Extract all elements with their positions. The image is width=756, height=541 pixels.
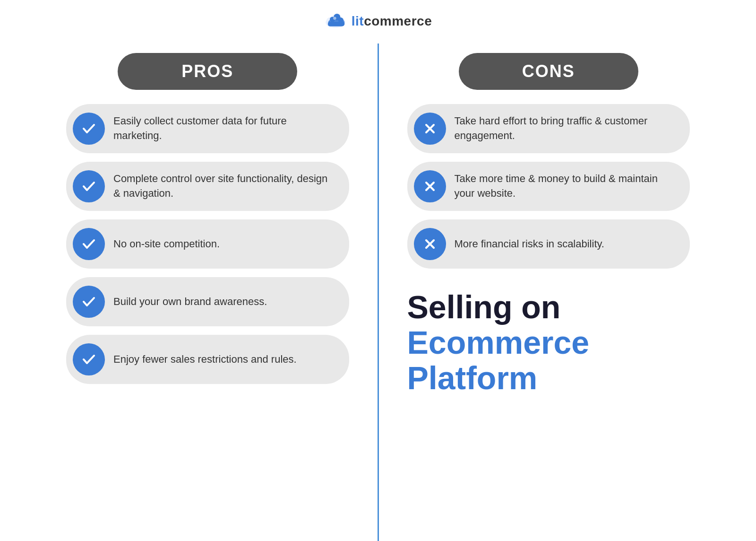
pros-column: PROS Easily collect customer data for fu…: [28, 44, 378, 541]
cons-item-text-1: Take hard effort to bring traffic & cust…: [455, 114, 677, 143]
cons-item-text-3: More financial risks in scalability.: [455, 237, 604, 252]
selling-section: Selling on Ecommerce Platform: [407, 289, 590, 395]
pros-item-5: Enjoy fewer sales restrictions and rules…: [66, 335, 349, 384]
svg-point-9: [80, 120, 98, 138]
cons-list: Take hard effort to bring traffic & cust…: [407, 104, 690, 269]
cons-column: CONS Take hard effort to bring traffic &…: [379, 44, 728, 541]
pros-item-2: Complete control over site functionality…: [66, 162, 349, 211]
pros-item-4: Build your own brand awareness.: [66, 277, 349, 326]
cons-item-text-2: Take more time & money to build & mainta…: [455, 172, 677, 201]
svg-rect-7: [328, 22, 344, 26]
logo-lit: lit: [352, 14, 364, 28]
pros-list: Easily collect customer data for future …: [66, 104, 349, 384]
logo-commerce: commerce: [364, 14, 432, 28]
pros-item-text-4: Build your own brand awareness.: [113, 295, 267, 309]
cons-header: CONS: [459, 53, 638, 90]
pros-item-3: No on-site competition.: [66, 219, 349, 269]
selling-line1: Selling on: [407, 289, 590, 325]
cons-item-3: More financial risks in scalability.: [407, 219, 690, 269]
cons-item-2: Take more time & money to build & mainta…: [407, 162, 690, 211]
selling-line2: Ecommerce: [407, 325, 590, 360]
svg-point-12: [80, 293, 98, 311]
svg-point-13: [80, 350, 98, 368]
pros-item-text-5: Enjoy fewer sales restrictions and rules…: [113, 352, 297, 367]
pros-item-text-3: No on-site competition.: [113, 237, 220, 252]
page-header: litcommerce: [0, 0, 756, 44]
pros-check-icon-1: [73, 113, 105, 145]
main-content: PROS Easily collect customer data for fu…: [0, 44, 756, 541]
svg-point-8: [333, 17, 336, 19]
pros-check-icon-2: [73, 170, 105, 202]
pros-check-icon-4: [73, 286, 105, 318]
logo-text: litcommerce: [352, 14, 432, 29]
pros-item-1: Easily collect customer data for future …: [66, 104, 349, 153]
pros-item-text-2: Complete control over site functionality…: [113, 172, 336, 201]
svg-point-10: [80, 177, 98, 195]
pros-header: PROS: [118, 53, 297, 90]
cons-x-icon-2: [414, 170, 446, 202]
pros-check-icon-3: [73, 228, 105, 260]
cons-item-1: Take hard effort to bring traffic & cust…: [407, 104, 690, 153]
litcommerce-logo-icon: [324, 13, 347, 29]
pros-check-icon-5: [73, 343, 105, 375]
selling-line3: Platform: [407, 360, 590, 396]
cons-x-icon-1: [414, 113, 446, 145]
cons-x-icon-3: [414, 228, 446, 260]
pros-item-text-1: Easily collect customer data for future …: [113, 114, 336, 143]
svg-point-11: [80, 235, 98, 253]
